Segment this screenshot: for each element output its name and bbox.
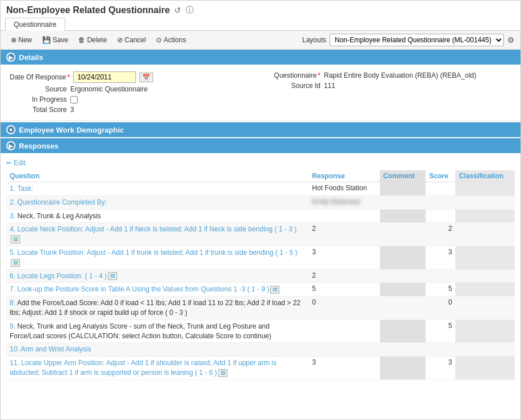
source-id-row: Source Id 111 [263,81,511,91]
col-score: Score [426,170,455,182]
question-cell: 4. Locate Neck Position: Adjust - Add 1 … [6,223,308,246]
col-comment: Comment [380,170,426,182]
details-grid: Date Of Response* 📅 Source Ergonomic Que… [10,70,511,115]
comment-cell [380,283,426,297]
comment-cell [380,246,426,269]
classification-cell [455,319,515,343]
score-cell [426,209,455,223]
employee-work-demographic-section-header[interactable]: ▼ Employee Work Demographic [1,122,520,137]
score-cell [426,195,455,209]
source-id-value: 111 [324,82,335,90]
classification-cell [455,223,515,246]
response-cell: 0 [308,297,379,320]
date-of-response-input[interactable] [73,71,136,83]
details-left: Date Of Response* 📅 Source Ergonomic Que… [10,70,258,115]
classification-cell [455,283,515,297]
total-score-value: 3 [70,106,74,114]
table-row: 5. Locate Trunk Position: Adjust - Add 1… [6,246,515,269]
image-icon[interactable]: 🖼 [270,286,279,294]
score-cell: 2 [426,223,455,246]
questionnaire-tab[interactable]: Questionnaire [5,18,65,31]
layouts-select[interactable]: Non-Employee Related Questionnaire (ML-0… [330,34,504,46]
toolbar-settings-button[interactable]: ⚙ [507,35,515,45]
classification-cell [455,297,515,320]
actions-label: Actions [163,36,186,44]
details-toggle-icon: ▶ [6,53,15,62]
comment-cell [380,209,426,223]
in-progress-row: In Progress [10,94,258,105]
delete-button[interactable]: 🗑 Delete [74,34,111,46]
save-icon: 💾 [42,36,51,44]
question-cell: 7. Look-up the Posture Score in Table A … [6,283,308,297]
in-progress-label: In Progress [10,95,67,103]
question-cell: 8. Add the Force/Load Score: Add 0 if lo… [6,297,308,320]
response-cell: Emily Dickinson [308,195,379,209]
employee-demographic-toggle-icon: ▼ [6,125,15,134]
edit-icon: ✏ [6,159,11,167]
actions-button[interactable]: ⊙ Actions [151,34,190,46]
questionnaire-row: Questionnaire* Rapid Entire Body Evaluat… [263,70,511,81]
table-row: 1. Task:Hot Foods Station [6,182,515,196]
image-icon[interactable]: 🖼 [11,235,20,243]
save-button[interactable]: 💾 Save [38,34,73,46]
response-cell [308,319,379,343]
comment-cell [380,357,426,380]
image-icon[interactable]: 🖼 [108,272,117,280]
edit-link[interactable]: ✏ Edit [6,158,515,170]
edit-label: Edit [14,159,26,167]
question-cell: 6. Locate Legs Position: ( 1 - 4 )🖼 [6,269,308,283]
classification-cell [455,357,515,380]
score-cell: 3 [426,246,455,269]
comment-cell [380,297,426,320]
in-progress-checkbox[interactable] [70,96,78,103]
response-cell: 5 [308,283,379,297]
page-title: Non-Employee Related Questionnaire [6,5,170,15]
new-button[interactable]: ⊕ New [6,34,37,46]
responses-body: ✏ Edit Question Response Comment Score C… [1,153,520,385]
calendar-button[interactable]: 📅 [139,73,153,82]
responses-section-header[interactable]: ▶ Responses [1,138,520,153]
source-id-label: Source Id [263,82,320,90]
classification-cell [455,182,515,196]
image-icon[interactable]: 🖼 [11,259,20,267]
delete-label: Delete [87,36,107,44]
new-icon: ⊕ [11,36,17,44]
questionnaire-label: Questionnaire* [263,71,320,79]
details-right: Questionnaire* Rapid Entire Body Evaluat… [263,70,511,115]
response-cell [308,343,379,357]
delete-icon: 🗑 [78,36,85,44]
table-row: 10. Arm and Wrist Analysis [6,343,515,357]
question-cell: 2. Questionnaire Completed By: [6,195,308,209]
info-icon[interactable]: ⓘ [186,5,194,15]
responses-tbody: 1. Task:Hot Foods Station2. Questionnair… [6,182,515,380]
table-row: 8. Add the Force/Load Score: Add 0 if lo… [6,297,515,320]
new-label: New [18,36,32,44]
table-row: 2. Questionnaire Completed By:Emily Dick… [6,195,515,209]
question-cell: 9. Neck, Trunk and Leg Analysis Score - … [6,319,308,343]
col-question: Question [6,170,308,182]
classification-cell [455,269,515,283]
comment-cell [380,223,426,246]
col-classification: Classification [455,170,515,182]
employee-work-demographic-title: Employee Work Demographic [19,126,124,134]
score-cell: 3 [426,357,455,380]
refresh-icon[interactable]: ↺ [174,6,181,15]
table-row: 7. Look-up the Posture Score in Table A … [6,283,515,297]
responses-table: Question Response Comment Score Classifi… [6,170,515,380]
total-score-row: Total Score 3 [10,105,258,115]
question-cell: 10. Arm and Wrist Analysis [6,343,308,357]
date-of-response-row: Date Of Response* 📅 [10,70,258,84]
cancel-button[interactable]: ⊘ Cancel [113,34,150,46]
table-row: 4. Locate Neck Position: Adjust - Add 1 … [6,223,515,246]
table-row: 3. Neck, Trunk & Leg Analysis [6,209,515,223]
tab-bar: Questionnaire [1,18,520,31]
score-cell: 5 [426,319,455,343]
score-cell: 5 [426,283,455,297]
comment-cell [380,195,426,209]
score-cell [426,343,455,357]
question-cell: 11. Locate Upper Arm Position: Adjust - … [6,357,308,380]
question-cell: 5. Locate Trunk Position: Adjust - Add 1… [6,246,308,269]
image-icon[interactable]: 🖼 [218,369,227,377]
details-section-header[interactable]: ▶ Details [1,50,520,65]
comment-cell [380,182,426,196]
